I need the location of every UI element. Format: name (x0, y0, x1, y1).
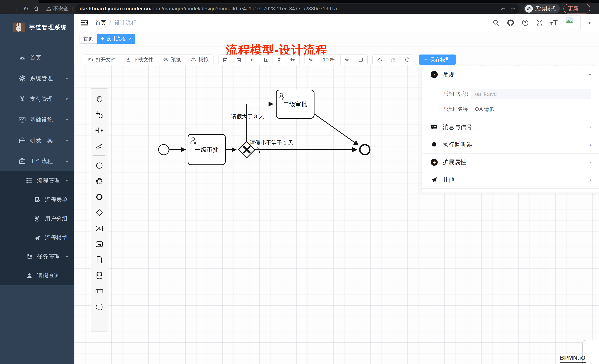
browser-update-button[interactable]: 更新 ⋮ (564, 4, 590, 14)
avatar[interactable] (564, 16, 581, 30)
key-icon[interactable] (500, 6, 506, 11)
sidebar-item-workflow[interactable]: 工作流程 ▾ (0, 151, 74, 171)
bookmark-star-icon[interactable]: ☆ (510, 6, 515, 12)
url-path: /bpm/manager/model/design?modelId=e4a1a1… (150, 6, 337, 12)
tab-home[interactable]: 首页 (79, 34, 97, 44)
zoom-out-button[interactable] (305, 55, 318, 65)
sidebar-item-user-group[interactable]: 用户分组 (0, 209, 74, 228)
security-chip[interactable]: 不安全 | (46, 5, 73, 12)
close-icon[interactable]: × (129, 36, 132, 41)
zoom-in-button[interactable] (341, 55, 354, 65)
preview-button[interactable]: 预览 (158, 55, 186, 65)
sidebar-item-devtools[interactable]: 研发工具 ▾ (0, 130, 74, 151)
back-button[interactable]: ← (0, 5, 10, 13)
section-extended-attrs[interactable]: + 扩展属性 › (422, 153, 599, 171)
download-file-button[interactable]: 下载文件 (121, 55, 158, 65)
section-execution-listener[interactable]: 执行监听器 › (422, 136, 599, 153)
align-center-button[interactable] (273, 55, 286, 65)
breadcrumb-home[interactable]: 首页 (95, 19, 106, 27)
zoom-reset-button[interactable] (354, 55, 367, 65)
palette-gateway[interactable] (93, 205, 105, 220)
home-button[interactable] (31, 5, 41, 13)
update-label: 更新 (568, 5, 579, 12)
sidebar-collapse-button[interactable] (80, 19, 88, 27)
palette-user-task[interactable] (93, 220, 105, 236)
palette-data-object[interactable] (93, 252, 105, 268)
restart-button[interactable] (400, 55, 414, 65)
sidebar-item-infra[interactable]: 基础设施 ▾ (0, 109, 74, 130)
align-middle-button[interactable] (286, 55, 299, 65)
palette-hand-tool[interactable] (93, 91, 105, 107)
start-event[interactable] (159, 144, 169, 155)
palette-participant[interactable] (93, 283, 105, 299)
palette-subprocess[interactable] (93, 236, 105, 252)
button-label: 下载文件 (133, 56, 153, 63)
avatar-caret-icon[interactable]: ▼ (588, 20, 592, 25)
reload-button[interactable]: ↻ (21, 5, 31, 13)
palette-data-store[interactable] (93, 268, 105, 283)
palette-intermediate-event[interactable] (93, 173, 105, 189)
browser-active-tab[interactable] (0, 0, 39, 3)
sidebar-item-task-mgmt[interactable]: 任务管理 ▾ (0, 247, 74, 266)
align-right-button[interactable] (232, 55, 246, 65)
redo-button[interactable] (387, 55, 400, 65)
font-size-icon[interactable]: TT (550, 19, 558, 27)
sidebar-item-home[interactable]: 首页 (0, 47, 74, 68)
bpmn-canvas[interactable]: 打开文件 下载文件 预览 模拟 100% (74, 46, 599, 364)
palette-group[interactable] (93, 299, 105, 315)
section-label: 扩展属性 (443, 158, 466, 166)
bpmn-palette (91, 88, 108, 331)
chevron-down-icon: ▾ (66, 76, 68, 80)
palette-start-event[interactable] (93, 158, 105, 173)
align-bottom-button[interactable] (259, 55, 273, 65)
browser-toolbar: ← → ↻ 不安全 | dashboard.yudao.iocoder.cn/b… (0, 3, 599, 14)
align-top-icon (250, 57, 255, 62)
palette-lasso-tool[interactable] (93, 107, 105, 122)
zoom-reset-icon (358, 57, 363, 62)
sidebar-item-process-model[interactable]: 流程模型 (0, 228, 74, 247)
open-file-button[interactable]: 打开文件 (83, 55, 121, 65)
forward-button[interactable]: → (10, 5, 21, 13)
undo-button[interactable] (373, 55, 387, 65)
process-key-input[interactable] (471, 89, 591, 99)
plus-icon: + (424, 56, 428, 63)
sidebar-item-process-form[interactable]: 流程表单 (0, 190, 74, 209)
url-host: dashboard.yudao.iocoder.cn (79, 6, 150, 12)
sidebar-item-system[interactable]: 系统管理 ▾ (0, 68, 74, 89)
tab-design-process[interactable]: 设计流程 × (97, 34, 135, 44)
chevron-right-icon: › (589, 142, 591, 148)
end-event[interactable] (360, 145, 370, 155)
sidebar-item-payment[interactable]: ¥ 支付管理 ▾ (0, 89, 74, 109)
palette-end-event[interactable] (93, 189, 105, 205)
align-left-button[interactable] (219, 55, 232, 65)
section-general[interactable]: i 常规 ▾ (422, 66, 599, 83)
header-actions: TT ▼ (492, 14, 592, 31)
process-name-input[interactable] (471, 104, 591, 114)
tab-label: 首页 (83, 35, 93, 42)
chevron-up-icon: ▾ (66, 159, 68, 163)
bpmn-io-logo[interactable]: BPMN.iO (560, 355, 586, 363)
sidebar-item-process-mgmt[interactable]: 流程管理 ▾ (0, 171, 74, 190)
download-icon (126, 57, 131, 62)
browser-menu-icon[interactable]: ⋮ (581, 6, 587, 12)
help-icon[interactable] (521, 19, 529, 26)
search-icon[interactable] (492, 19, 500, 26)
app-title: 芋道管理系统 (29, 24, 67, 31)
simulate-button[interactable]: 模拟 (186, 55, 213, 65)
sidebar-item-label: 系统管理 (30, 75, 53, 82)
flow-label: 请假大于 3 天 (231, 113, 264, 119)
section-message-signal[interactable]: 消息与信号 › (422, 119, 599, 136)
sidebar-item-leave-query[interactable]: 请假查询 (0, 266, 74, 285)
url-bar[interactable]: dashboard.yudao.iocoder.cn/bpm/manager/m… (75, 4, 520, 14)
app-logo: 芋道管理系统 (0, 16, 74, 38)
save-model-button[interactable]: + 保存模型 (419, 54, 456, 65)
palette-global-connect-tool[interactable] (93, 138, 105, 154)
fullscreen-icon[interactable] (536, 19, 543, 26)
save-label: 保存模型 (430, 56, 451, 63)
palette-space-tool[interactable] (93, 122, 105, 138)
section-label: 执行监听器 (443, 141, 472, 149)
section-other[interactable]: 其他 › (422, 171, 599, 189)
align-top-button[interactable] (246, 55, 259, 65)
github-icon[interactable] (507, 19, 514, 27)
button-label: 打开文件 (96, 56, 116, 63)
